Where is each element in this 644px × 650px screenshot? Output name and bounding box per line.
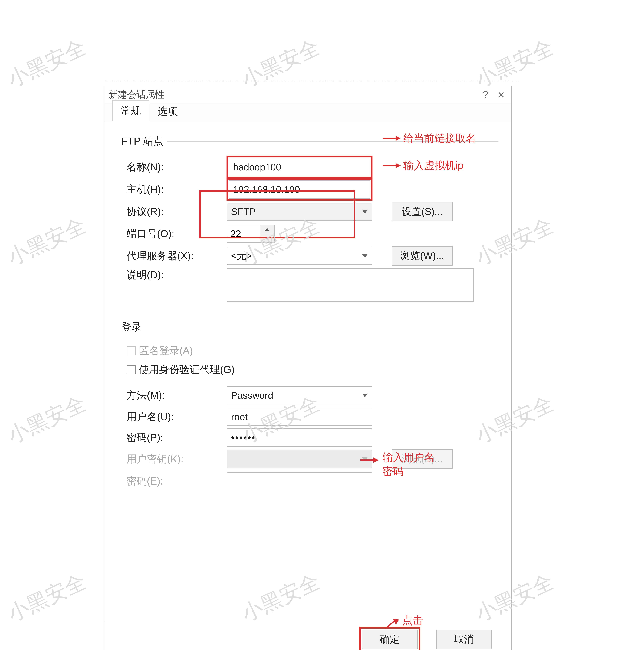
description-textarea[interactable] [227,268,473,302]
method-value: Password [231,390,273,401]
password2-label: 密码(E): [126,474,223,488]
help-button[interactable]: ? [478,88,493,101]
login-legend: 登录 [121,320,146,334]
username-label: 用户名(U): [126,410,223,424]
chevron-down-icon [362,394,368,397]
arrow-icon [384,618,400,630]
login-group: 登录 匿名登录(A) 使用身份验证代理(G) 方法(M): Password 用… [126,320,498,492]
arrow-icon [383,162,401,169]
credentials-annotation: 输入用户名 密码 [383,450,460,478]
arrow-icon [383,135,401,142]
arrow-icon [361,457,379,463]
tab-general[interactable]: 常规 [112,100,149,121]
ok-annotation: 点击 [402,613,423,627]
row-description: 说明(D): [126,267,498,306]
name-highlight [227,156,372,178]
watermark: 小黑安全 [3,389,90,450]
proxy-value: <无> [231,249,252,262]
dialog-body: FTP 站点 名称(N): 给当前链接取名 主机(H): [105,121,512,514]
cancel-button[interactable]: 取消 [436,629,492,649]
tabstrip: 常规 选项 [105,103,512,121]
userkey-label: 用户密钥(K): [126,452,223,466]
svg-marker-3 [395,163,401,168]
host-annotation: 输入虚拟机ip [403,158,463,173]
checkbox-icon [126,346,136,355]
password-input[interactable] [227,429,372,447]
svg-marker-1 [395,136,401,141]
name-annotation: 给当前链接取名 [403,131,476,145]
password2-input [227,472,372,490]
anonymous-checkbox: 匿名登录(A) [126,344,498,358]
row-method: 方法(M): Password [126,384,498,406]
watermark: 小黑安全 [237,33,324,94]
method-label: 方法(M): [126,389,223,402]
proxy-browse-button[interactable]: 浏览(W)... [392,246,453,265]
username-input[interactable] [227,408,372,426]
watermark: 小黑安全 [471,33,558,94]
buttonbar: 点击 确定 取消 [105,621,512,650]
userkey-combo [227,450,372,468]
credentials-highlight [199,190,355,239]
settings-button[interactable]: 设置(S)... [392,202,453,221]
checkbox-icon [126,365,136,374]
chevron-down-icon [362,254,368,258]
row-proxy: 代理服务器(X): <无> 浏览(W)... [126,245,498,267]
chevron-down-icon [362,210,368,213]
row-password: 密码(P): [126,427,498,448]
row-username: 用户名(U): [126,406,498,427]
ok-highlight: 确定 [359,627,420,650]
description-label: 说明(D): [126,268,223,282]
close-button[interactable]: × [493,88,509,101]
method-combo[interactable]: Password [227,386,372,404]
anonymous-label: 匿名登录(A) [139,344,193,358]
svg-marker-5 [374,458,379,463]
id-agent-checkbox[interactable]: 使用身份验证代理(G) [126,363,498,376]
name-label: 名称(N): [126,160,223,174]
proxy-combo[interactable]: <无> [227,247,372,265]
name-input[interactable] [229,158,370,176]
watermark: 小黑安全 [3,211,90,272]
new-session-dialog: 新建会话属性 ? × 常规 选项 FTP 站点 名称(N): [104,86,512,650]
watermark: 小黑安全 [3,568,90,628]
dialog-title: 新建会话属性 [108,88,164,101]
proxy-label: 代理服务器(X): [126,249,223,263]
ftp-legend: FTP 站点 [121,135,167,148]
ok-button[interactable]: 确定 [362,629,418,649]
password-label: 密码(P): [126,431,223,444]
svg-line-6 [385,621,394,629]
id-agent-label: 使用身份验证代理(G) [139,363,235,376]
figure-top-border [104,81,520,81]
tab-options[interactable]: 选项 [149,101,186,121]
watermark: 小黑安全 [3,33,90,94]
